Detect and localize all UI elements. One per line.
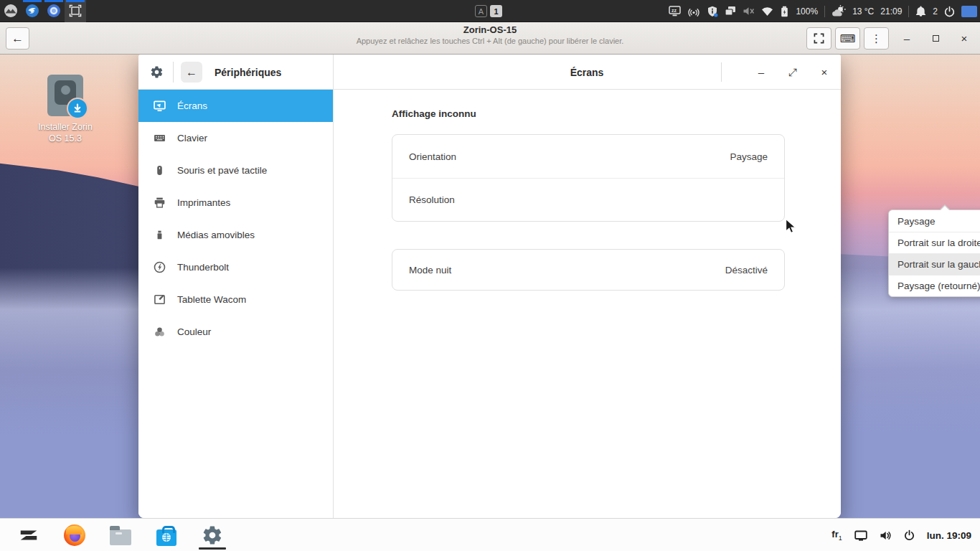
workspace-indicators: A 1 bbox=[475, 5, 502, 17]
vm-viewer-button[interactable] bbox=[65, 0, 86, 22]
firefox-button[interactable] bbox=[52, 519, 98, 551]
sidebar-item-ecrans[interactable]: Écrans bbox=[138, 90, 333, 122]
drive-icon bbox=[47, 75, 83, 116]
muted-speaker-icon[interactable] bbox=[743, 6, 755, 17]
keyboard-layout-indicator[interactable]: fr1 bbox=[831, 529, 842, 542]
resolution-row[interactable]: Résolution bbox=[392, 178, 784, 221]
orientation-dropdown: Paysage Portrait sur la droite Portrait … bbox=[888, 209, 980, 297]
vm-maximize-button[interactable] bbox=[921, 27, 950, 50]
dropdown-item-portrait-droite[interactable]: Portrait sur la droite bbox=[889, 232, 980, 253]
download-badge-icon bbox=[67, 98, 88, 119]
power-icon[interactable] bbox=[944, 6, 955, 17]
volume-icon[interactable] bbox=[880, 530, 892, 541]
sidebar-item-label: Écrans bbox=[177, 100, 207, 111]
weather-icon[interactable] bbox=[831, 5, 846, 17]
notification-count[interactable]: 2 bbox=[933, 6, 938, 17]
color-icon bbox=[153, 326, 166, 339]
wifi-icon[interactable] bbox=[761, 6, 773, 17]
display-icon bbox=[153, 100, 166, 113]
firefox-icon bbox=[64, 524, 85, 546]
settings-taskbar-button[interactable] bbox=[189, 519, 235, 551]
vm-titlebar-buttons: ⌨ ⋮ – × bbox=[806, 27, 979, 50]
maximize-icon bbox=[933, 35, 939, 42]
screen: A 1 zz 100% 13 °C 21:09 2 ← Zorin-OS-15 bbox=[0, 0, 980, 551]
taskbar-clock[interactable]: lun. 19:09 bbox=[927, 530, 971, 541]
vm-viewer-icon bbox=[69, 4, 82, 17]
running-indicator bbox=[44, 0, 63, 2]
sidebar-item-label: Thunderbolt bbox=[177, 262, 229, 273]
antenna-icon[interactable] bbox=[687, 6, 700, 17]
vm-close-button[interactable]: × bbox=[950, 27, 979, 50]
installer-label: Installer Zorin OS 15.3 bbox=[32, 122, 99, 144]
sidebar-item-thunderbolt[interactable]: Thunderbolt bbox=[138, 251, 333, 283]
display-settings-card: Orientation Paysage Résolution bbox=[392, 134, 785, 222]
printer-icon bbox=[153, 197, 166, 209]
zorin-taskbar: fr1 lun. 19:09 bbox=[0, 518, 980, 551]
sidebar-item-label: Imprimantes bbox=[177, 197, 230, 208]
night-mode-value[interactable]: Désactivé bbox=[725, 265, 768, 276]
orientation-value[interactable]: Paysage bbox=[730, 151, 768, 162]
host-app-list bbox=[0, 0, 86, 22]
thunderbird-button[interactable] bbox=[22, 0, 43, 22]
keyboard-letter-indicator[interactable]: A bbox=[475, 5, 487, 17]
show-desktop-icon[interactable] bbox=[961, 6, 977, 17]
workspace-indicator[interactable]: 1 bbox=[490, 5, 502, 17]
vm-fullscreen-button[interactable] bbox=[806, 27, 831, 50]
orientation-row[interactable]: Orientation Paysage bbox=[392, 135, 784, 178]
svg-text:zz: zz bbox=[672, 8, 677, 13]
temperature-text[interactable]: 13 °C bbox=[852, 6, 874, 17]
battery-percentage[interactable]: 100% bbox=[796, 6, 818, 17]
running-indicator bbox=[66, 0, 85, 2]
mouse-icon bbox=[153, 164, 166, 177]
battery-icon[interactable] bbox=[780, 6, 789, 17]
settings-sidebar: Écrans Clavier Souris et pavé tactile Im… bbox=[138, 90, 333, 518]
software-store-button[interactable] bbox=[143, 519, 189, 551]
night-mode-row[interactable]: Mode nuit Désactivé bbox=[392, 250, 784, 290]
keyboard-icon bbox=[153, 132, 166, 145]
orientation-label: Orientation bbox=[409, 151, 456, 162]
separator bbox=[824, 6, 825, 17]
chromium-button[interactable] bbox=[43, 0, 65, 22]
dropdown-item-paysage-retourne[interactable]: Paysage (retourné) bbox=[889, 275, 980, 296]
vm-menu-button[interactable]: ⋮ bbox=[864, 27, 889, 50]
files-button[interactable] bbox=[98, 519, 143, 551]
shield-info-icon[interactable] bbox=[707, 6, 718, 17]
sidebar-item-label: Clavier bbox=[177, 133, 207, 143]
files-folder-icon bbox=[110, 529, 131, 545]
sidebar-title: Périphériques bbox=[215, 55, 281, 90]
display-status-icon[interactable] bbox=[854, 530, 867, 541]
sidebar-item-clavier[interactable]: Clavier bbox=[138, 122, 333, 154]
vm-minimize-button[interactable]: – bbox=[892, 27, 921, 50]
mountain-app-button[interactable] bbox=[0, 0, 22, 22]
power-status-icon[interactable] bbox=[904, 529, 915, 541]
taskbar-status-area: fr1 lun. 19:09 bbox=[831, 519, 971, 551]
bell-icon[interactable] bbox=[915, 6, 926, 17]
sidebar-item-wacom[interactable]: Tablette Wacom bbox=[138, 283, 333, 316]
dropdown-item-paysage[interactable]: Paysage bbox=[889, 210, 980, 232]
header-controls-separator bbox=[721, 62, 722, 82]
settings-minimize-button[interactable]: – bbox=[755, 66, 768, 78]
sidebar-item-couleur[interactable]: Couleur bbox=[138, 316, 333, 348]
sidebar-item-label: Couleur bbox=[177, 326, 211, 337]
topbar-clock[interactable]: 21:09 bbox=[880, 6, 902, 17]
mountain-app-icon bbox=[4, 4, 18, 18]
sidebar-item-label: Tablette Wacom bbox=[177, 294, 246, 305]
settings-close-button[interactable]: × bbox=[818, 66, 831, 78]
settings-restore-button[interactable]: ⤢ bbox=[786, 66, 799, 79]
installer-desktop-icon[interactable]: Installer Zorin OS 15.3 bbox=[32, 75, 99, 144]
mouse-cursor bbox=[785, 218, 801, 235]
zorin-menu-button[interactable] bbox=[6, 519, 52, 551]
settings-gear-icon bbox=[202, 524, 223, 546]
sidebar-item-label: Souris et pavé tactile bbox=[177, 165, 267, 176]
vm-keyboard-button[interactable]: ⌨ bbox=[835, 27, 860, 50]
sidebar-item-souris[interactable]: Souris et pavé tactile bbox=[138, 154, 333, 187]
sidebar-item-imprimantes[interactable]: Imprimantes bbox=[138, 187, 333, 219]
copy-files-icon[interactable] bbox=[725, 6, 736, 17]
separator bbox=[908, 6, 909, 17]
sidebar-item-medias[interactable]: Médias amovibles bbox=[138, 219, 333, 251]
monitor-zz-icon[interactable]: zz bbox=[669, 6, 681, 17]
dropdown-item-portrait-gauche[interactable]: Portrait sur la gauche bbox=[889, 253, 980, 275]
active-app-indicator bbox=[199, 547, 226, 550]
settings-back-button[interactable]: ← bbox=[181, 62, 202, 83]
chromium-icon bbox=[47, 4, 61, 18]
